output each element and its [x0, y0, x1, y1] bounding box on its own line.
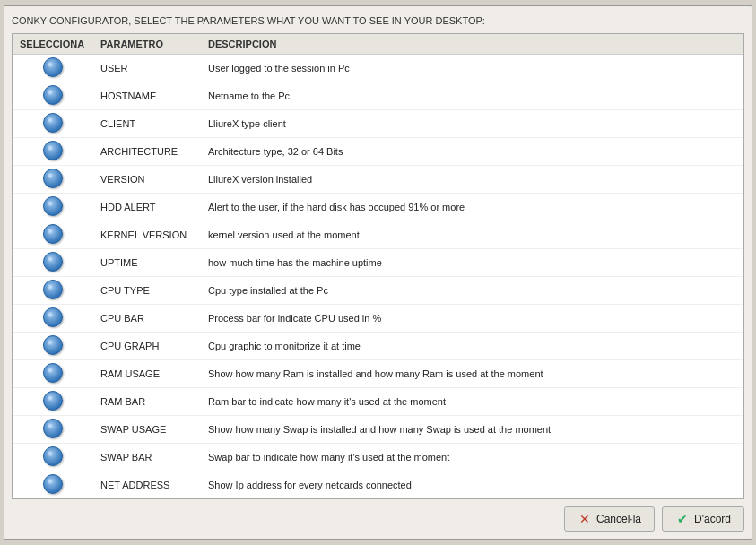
param-desc: Cpu graphic to monitorize it at time: [201, 333, 743, 360]
table-row: CLIENTLliureX type client: [13, 110, 743, 138]
cancel-button[interactable]: ✕ Cancel·la: [564, 506, 655, 532]
ok-icon: ✔: [675, 512, 690, 526]
checkbox-toggle[interactable]: [43, 169, 63, 188]
param-name: NET ADDRESS: [93, 471, 201, 499]
checkbox-toggle[interactable]: [43, 113, 63, 133]
checkbox-toggle[interactable]: [43, 196, 63, 216]
params-table: SELECCIONA PARAMETRO DESCRIPCION USERUse…: [13, 34, 743, 499]
checkbox-cell: [13, 388, 93, 416]
table-row: CPU GRAPHCpu graphic to monitorize it at…: [13, 333, 743, 360]
checkbox-cell: [13, 166, 93, 194]
checkbox-cell: [13, 55, 93, 82]
table-row: HDD ALERTAlert to the user, if the hard …: [13, 194, 743, 221]
checkbox-toggle[interactable]: [43, 363, 63, 383]
param-name: SWAP USAGE: [93, 416, 201, 444]
param-desc: Show how many Ram is installed and how m…: [201, 360, 743, 388]
param-desc: how much time has the machine uptime: [201, 249, 743, 277]
checkbox-cell: [13, 249, 93, 277]
table-row: CPU TYPECpu type installed at the Pc: [13, 277, 743, 305]
table-row: KERNEL VERSIONkernel version used at the…: [13, 221, 743, 249]
param-name: CPU BAR: [93, 305, 201, 333]
checkbox-cell: [13, 138, 93, 166]
param-desc: Netname to the Pc: [201, 82, 743, 110]
param-desc: kernel version used at the moment: [201, 221, 743, 249]
param-name: SWAP BAR: [93, 444, 201, 471]
checkbox-cell: [13, 305, 93, 333]
checkbox-toggle[interactable]: [43, 141, 63, 160]
ok-button[interactable]: ✔ D'acord: [662, 506, 744, 532]
table-row: RAM USAGEShow how many Ram is installed …: [13, 360, 743, 388]
checkbox-cell: [13, 221, 93, 249]
checkbox-toggle[interactable]: [43, 224, 63, 244]
main-dialog: CONKY CONFIGURATOR, SELECT THE PARAMETER…: [4, 5, 752, 540]
param-name: VERSION: [93, 166, 201, 194]
table-row: ARCHITECTUREArchitecture type, 32 or 64 …: [13, 138, 743, 166]
table-row: NET ADDRESSShow Ip address for every net…: [13, 471, 743, 499]
param-name: RAM USAGE: [93, 360, 201, 388]
param-name: USER: [93, 55, 201, 82]
table-row: HOSTNAMENetname to the Pc: [13, 82, 743, 110]
param-desc: Process bar for indicate CPU used in %: [201, 305, 743, 333]
param-desc: Alert to the user, if the hard disk has …: [201, 194, 743, 221]
checkbox-cell: [13, 444, 93, 471]
param-desc: Ram bar to indicate how many it's used a…: [201, 388, 743, 416]
table-row: SWAP BARSwap bar to indicate how many it…: [13, 444, 743, 471]
param-desc: User logged to the session in Pc: [201, 55, 743, 82]
checkbox-toggle[interactable]: [43, 252, 63, 272]
param-name: CPU GRAPH: [93, 333, 201, 360]
param-desc: Show how many Swap is installed and how …: [201, 416, 743, 444]
param-name: RAM BAR: [93, 388, 201, 416]
param-name: UPTIME: [93, 249, 201, 277]
dialog-title: CONKY CONFIGURATOR, SELECT THE PARAMETER…: [12, 13, 744, 28]
param-name: HDD ALERT: [93, 194, 201, 221]
param-desc: Architecture type, 32 or 64 Bits: [201, 138, 743, 166]
checkbox-toggle[interactable]: [43, 419, 63, 438]
checkbox-cell: [13, 110, 93, 138]
param-desc: Swap bar to indicate how many it's used …: [201, 444, 743, 471]
param-desc: LliureX type client: [201, 110, 743, 138]
cancel-label: Cancel·la: [596, 513, 641, 525]
param-name: KERNEL VERSION: [93, 221, 201, 249]
checkbox-cell: [13, 360, 93, 388]
param-desc: LliureX version installed: [201, 166, 743, 194]
checkbox-toggle[interactable]: [43, 307, 63, 327]
param-desc: Show Ip address for every netcards conne…: [201, 471, 743, 499]
checkbox-toggle[interactable]: [43, 335, 63, 355]
checkbox-cell: [13, 82, 93, 110]
table-row: RAM BARRam bar to indicate how many it's…: [13, 388, 743, 416]
param-name: HOSTNAME: [93, 82, 201, 110]
param-desc: Cpu type installed at the Pc: [201, 277, 743, 305]
table-header-row: SELECCIONA PARAMETRO DESCRIPCION: [13, 34, 743, 55]
table-row: CPU BARProcess bar for indicate CPU used…: [13, 305, 743, 333]
param-name: CLIENT: [93, 110, 201, 138]
table-row: UPTIMEhow much time has the machine upti…: [13, 249, 743, 277]
checkbox-toggle[interactable]: [43, 391, 63, 411]
table-row: VERSIONLliureX version installed: [13, 166, 743, 194]
table-container: SELECCIONA PARAMETRO DESCRIPCION USERUse…: [12, 33, 744, 499]
checkbox-toggle[interactable]: [43, 85, 63, 105]
checkbox-cell: [13, 194, 93, 221]
cancel-icon: ✕: [578, 512, 592, 526]
param-name: CPU TYPE: [93, 277, 201, 305]
checkbox-toggle[interactable]: [43, 280, 63, 299]
table-row: SWAP USAGEShow how many Swap is installe…: [13, 416, 743, 444]
checkbox-cell: [13, 277, 93, 305]
dialog-footer: ✕ Cancel·la ✔ D'acord: [12, 499, 744, 532]
ok-label: D'acord: [694, 513, 731, 525]
checkbox-toggle[interactable]: [43, 474, 63, 494]
param-name: ARCHITECTURE: [93, 138, 201, 166]
col-selecciona: SELECCIONA: [13, 34, 93, 55]
checkbox-cell: [13, 471, 93, 499]
checkbox-toggle[interactable]: [43, 57, 63, 77]
col-parametro: PARAMETRO: [93, 34, 201, 55]
table-row: USERUser logged to the session in Pc: [13, 55, 743, 82]
checkbox-cell: [13, 416, 93, 444]
checkbox-toggle[interactable]: [43, 446, 63, 466]
col-descripcion: DESCRIPCION: [201, 34, 743, 55]
checkbox-cell: [13, 333, 93, 360]
